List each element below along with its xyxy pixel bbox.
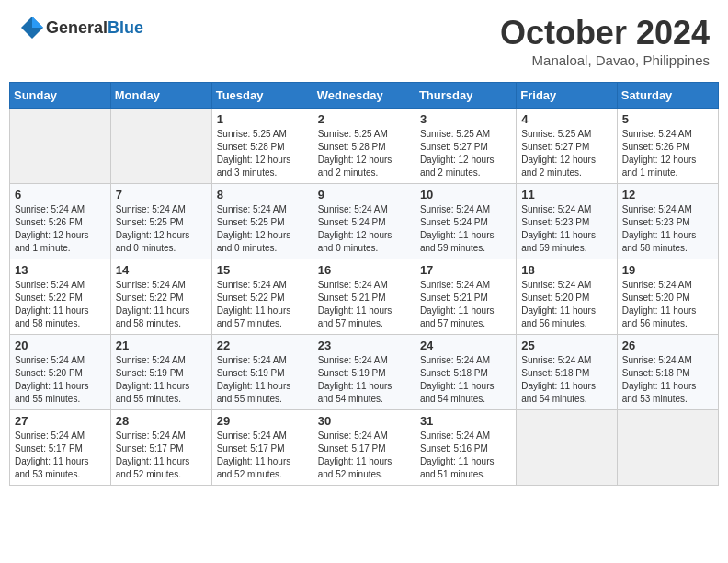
calendar-day-header: Saturday (617, 83, 718, 109)
day-number: 31 (420, 414, 511, 428)
calendar-cell: 18Sunrise: 5:24 AM Sunset: 5:20 PM Dayli… (517, 259, 617, 335)
day-number: 1 (217, 112, 308, 126)
calendar-cell: 7Sunrise: 5:24 AM Sunset: 5:25 PM Daylig… (110, 184, 211, 259)
calendar-cell: 21Sunrise: 5:24 AM Sunset: 5:19 PM Dayli… (110, 335, 211, 410)
calendar-week-row: 1Sunrise: 5:25 AM Sunset: 5:28 PM Daylig… (10, 109, 719, 184)
day-number: 17 (420, 263, 511, 277)
day-number: 28 (116, 414, 207, 428)
day-number: 24 (420, 339, 511, 352)
day-info: Sunrise: 5:24 AM Sunset: 5:17 PM Dayligh… (116, 430, 207, 481)
day-info: Sunrise: 5:25 AM Sunset: 5:27 PM Dayligh… (521, 128, 611, 179)
calendar-cell: 16Sunrise: 5:24 AM Sunset: 5:21 PM Dayli… (313, 259, 415, 335)
day-info: Sunrise: 5:24 AM Sunset: 5:16 PM Dayligh… (420, 430, 511, 481)
calendar-week-row: 6Sunrise: 5:24 AM Sunset: 5:26 PM Daylig… (10, 184, 719, 259)
calendar-cell: 23Sunrise: 5:24 AM Sunset: 5:19 PM Dayli… (313, 335, 415, 410)
day-info: Sunrise: 5:24 AM Sunset: 5:17 PM Dayligh… (15, 430, 106, 481)
calendar-cell: 4Sunrise: 5:25 AM Sunset: 5:27 PM Daylig… (517, 109, 617, 184)
calendar-day-header: Wednesday (313, 83, 415, 109)
day-number: 25 (521, 339, 611, 352)
day-number: 22 (217, 339, 308, 352)
day-number: 19 (622, 263, 713, 277)
day-info: Sunrise: 5:24 AM Sunset: 5:20 PM Dayligh… (622, 279, 713, 330)
logo-text-blue: Blue (108, 18, 143, 37)
calendar-cell: 30Sunrise: 5:24 AM Sunset: 5:17 PM Dayli… (313, 410, 415, 486)
logo-text-general: General (46, 18, 108, 37)
day-info: Sunrise: 5:25 AM Sunset: 5:27 PM Dayligh… (420, 128, 511, 179)
month-title: October 2024 (500, 14, 710, 52)
calendar-cell: 10Sunrise: 5:24 AM Sunset: 5:24 PM Dayli… (415, 184, 516, 259)
day-info: Sunrise: 5:24 AM Sunset: 5:21 PM Dayligh… (318, 279, 410, 330)
day-info: Sunrise: 5:24 AM Sunset: 5:19 PM Dayligh… (217, 354, 308, 406)
day-info: Sunrise: 5:24 AM Sunset: 5:17 PM Dayligh… (217, 430, 308, 481)
day-number: 27 (15, 414, 106, 428)
day-info: Sunrise: 5:24 AM Sunset: 5:26 PM Dayligh… (622, 128, 713, 179)
title-block: October 2024 Manaloal, Davao, Philippine… (500, 14, 710, 68)
calendar-cell: 2Sunrise: 5:25 AM Sunset: 5:28 PM Daylig… (313, 109, 415, 184)
calendar-cell: 25Sunrise: 5:24 AM Sunset: 5:18 PM Dayli… (517, 335, 617, 410)
calendar-cell: 31Sunrise: 5:24 AM Sunset: 5:16 PM Dayli… (415, 410, 516, 486)
day-number: 8 (217, 188, 308, 201)
day-number: 14 (116, 263, 207, 277)
day-info: Sunrise: 5:24 AM Sunset: 5:19 PM Dayligh… (318, 354, 410, 406)
calendar-cell (110, 109, 211, 184)
day-info: Sunrise: 5:24 AM Sunset: 5:23 PM Dayligh… (521, 203, 611, 255)
day-number: 13 (15, 263, 106, 277)
day-number: 6 (15, 188, 106, 201)
day-info: Sunrise: 5:24 AM Sunset: 5:20 PM Dayligh… (521, 279, 611, 330)
day-info: Sunrise: 5:24 AM Sunset: 5:21 PM Dayligh… (420, 279, 511, 330)
day-number: 11 (521, 188, 611, 201)
day-info: Sunrise: 5:24 AM Sunset: 5:20 PM Dayligh… (15, 354, 106, 406)
calendar-cell: 12Sunrise: 5:24 AM Sunset: 5:23 PM Dayli… (617, 184, 718, 259)
calendar-cell: 11Sunrise: 5:24 AM Sunset: 5:23 PM Dayli… (517, 184, 617, 259)
day-info: Sunrise: 5:25 AM Sunset: 5:28 PM Dayligh… (318, 128, 410, 179)
calendar-cell: 22Sunrise: 5:24 AM Sunset: 5:19 PM Dayli… (211, 335, 313, 410)
logo-icon (18, 14, 46, 41)
calendar-week-row: 20Sunrise: 5:24 AM Sunset: 5:20 PM Dayli… (10, 335, 719, 410)
calendar-cell: 6Sunrise: 5:24 AM Sunset: 5:26 PM Daylig… (10, 184, 111, 259)
calendar-cell: 27Sunrise: 5:24 AM Sunset: 5:17 PM Dayli… (10, 410, 111, 486)
day-info: Sunrise: 5:24 AM Sunset: 5:18 PM Dayligh… (622, 354, 713, 406)
calendar-cell: 17Sunrise: 5:24 AM Sunset: 5:21 PM Dayli… (415, 259, 516, 335)
day-info: Sunrise: 5:24 AM Sunset: 5:19 PM Dayligh… (116, 354, 207, 406)
calendar-cell: 26Sunrise: 5:24 AM Sunset: 5:18 PM Dayli… (617, 335, 718, 410)
day-info: Sunrise: 5:24 AM Sunset: 5:26 PM Dayligh… (15, 203, 106, 255)
calendar-week-row: 13Sunrise: 5:24 AM Sunset: 5:22 PM Dayli… (10, 259, 719, 335)
day-number: 16 (318, 263, 410, 277)
calendar-cell: 19Sunrise: 5:24 AM Sunset: 5:20 PM Dayli… (617, 259, 718, 335)
calendar-day-header: Thursday (415, 83, 516, 109)
day-info: Sunrise: 5:24 AM Sunset: 5:24 PM Dayligh… (318, 203, 410, 255)
calendar-cell: 1Sunrise: 5:25 AM Sunset: 5:28 PM Daylig… (211, 109, 313, 184)
calendar-day-header: Tuesday (211, 83, 313, 109)
calendar-cell: 5Sunrise: 5:24 AM Sunset: 5:26 PM Daylig… (617, 109, 718, 184)
calendar-day-header: Sunday (10, 83, 111, 109)
calendar-cell: 14Sunrise: 5:24 AM Sunset: 5:22 PM Dayli… (110, 259, 211, 335)
day-info: Sunrise: 5:24 AM Sunset: 5:22 PM Dayligh… (217, 279, 308, 330)
day-number: 15 (217, 263, 308, 277)
page-header: GeneralBlue October 2024 Manaloal, Davao… (9, 9, 719, 73)
day-number: 29 (217, 414, 308, 428)
day-number: 7 (116, 188, 207, 201)
day-number: 3 (420, 112, 511, 126)
day-number: 26 (622, 339, 713, 352)
day-number: 9 (318, 188, 410, 201)
day-number: 10 (420, 188, 511, 201)
calendar-cell: 24Sunrise: 5:24 AM Sunset: 5:18 PM Dayli… (415, 335, 516, 410)
calendar-cell: 28Sunrise: 5:24 AM Sunset: 5:17 PM Dayli… (110, 410, 211, 486)
calendar-day-header: Monday (110, 83, 211, 109)
calendar-cell (617, 410, 718, 486)
calendar-cell: 3Sunrise: 5:25 AM Sunset: 5:27 PM Daylig… (415, 109, 516, 184)
day-number: 18 (521, 263, 611, 277)
day-number: 23 (318, 339, 410, 352)
day-number: 20 (15, 339, 106, 352)
day-number: 2 (318, 112, 410, 126)
calendar-cell: 13Sunrise: 5:24 AM Sunset: 5:22 PM Dayli… (10, 259, 111, 335)
day-number: 30 (318, 414, 410, 428)
calendar-cell: 15Sunrise: 5:24 AM Sunset: 5:22 PM Dayli… (211, 259, 313, 335)
calendar-cell: 8Sunrise: 5:24 AM Sunset: 5:25 PM Daylig… (211, 184, 313, 259)
day-info: Sunrise: 5:25 AM Sunset: 5:28 PM Dayligh… (217, 128, 308, 179)
day-number: 21 (116, 339, 207, 352)
svg-marker-1 (32, 17, 43, 28)
day-info: Sunrise: 5:24 AM Sunset: 5:17 PM Dayligh… (318, 430, 410, 481)
day-info: Sunrise: 5:24 AM Sunset: 5:22 PM Dayligh… (116, 279, 207, 330)
day-info: Sunrise: 5:24 AM Sunset: 5:18 PM Dayligh… (521, 354, 611, 406)
